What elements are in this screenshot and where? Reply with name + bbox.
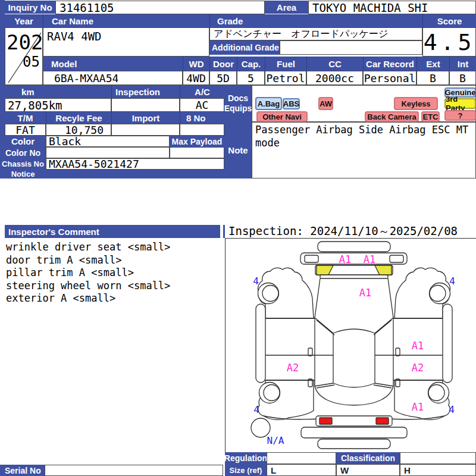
door-value: 5D (209, 71, 237, 85)
color-label: Color (0, 136, 46, 147)
docs-label: Docs (228, 93, 248, 104)
max-payload-value (170, 147, 224, 158)
cap-label: Cap. (237, 57, 265, 71)
door-label: Door (209, 57, 237, 71)
eight-no-label: 8 No (180, 112, 224, 124)
car-record-value: Personal (363, 71, 416, 85)
mark-front-bumper-left: A1 (339, 253, 351, 265)
wd-label: WD (183, 57, 209, 71)
inspector-comment-title: Inspector's Comment (5, 225, 220, 238)
fuel-value: Petrol (265, 71, 306, 85)
score-value: 4.5 (422, 27, 476, 57)
tail-light-left (320, 418, 332, 424)
note-area: Passenger Airbag Side Airbag ESC MT mode (252, 122, 476, 178)
mark-front-bumper-right: A1 (364, 253, 375, 265)
color-no-value (46, 147, 170, 158)
other-navi-badge: Other Navi (256, 111, 308, 122)
grade-label: Grade (209, 14, 422, 27)
airbag-badge: A.Bag (255, 97, 282, 110)
month-value: 05 (23, 54, 40, 70)
size-h-cell: H (400, 464, 476, 476)
back-camera-badge: Back Camera (365, 111, 419, 122)
km-label: km (5, 85, 111, 98)
notice-bar: Notice (0, 170, 224, 178)
int-label: Int (449, 57, 476, 71)
mark-rear-gate: A1 (412, 401, 424, 413)
mark-rear-right-door: A2 (412, 362, 424, 374)
etc-badge: ETC (421, 111, 440, 122)
area-value: TOKYO MACHIDA SHI (308, 1, 476, 14)
unknown-badge: ? (444, 110, 476, 121)
size-w-cell: W (336, 464, 400, 476)
year-cell: 2021 05 (5, 27, 43, 85)
cap-value: 5 (237, 71, 265, 85)
equips-label: Equips (224, 104, 252, 114)
keyless-badge: Keyless (394, 97, 438, 110)
chassis-no-value: MXAA54-5021427 (46, 158, 224, 170)
classification-label: Classification (336, 452, 400, 464)
comment-line: door trim A <small> (6, 254, 223, 267)
area-label: Area (265, 1, 308, 14)
ac-value: AC (180, 98, 224, 112)
note-text: Passenger Airbag Side Airbag ESC MT mode (252, 123, 475, 150)
cc-value: 2000cc (306, 71, 363, 85)
third-party-badge: 3rd Party (444, 98, 476, 109)
tail-light-right (376, 418, 389, 424)
eight-no-value (180, 124, 224, 136)
car-diagram-panel: A1 A1 A1 A1 A2 A2 A1 4 4 4 4 N/A (225, 238, 476, 452)
comment-line: wrinkle driver seat <small> (6, 241, 223, 254)
km-value: 27,805km (5, 98, 111, 112)
year-label: Year (5, 14, 43, 27)
chassis-no-label: Chassis No (0, 158, 46, 170)
size-l-cell: L (267, 464, 336, 476)
notice-label: Notice (0, 170, 46, 178)
comment-line: exterior A <small> (6, 292, 223, 305)
regulation-label: Regulation (225, 452, 267, 464)
inspection-col-label: Inspection (111, 85, 180, 98)
inspection-title-accent (223, 225, 225, 238)
inquiry-no-label: Inquiry No (5, 1, 55, 14)
fuel-label: Fuel (265, 57, 306, 71)
import-value (111, 124, 180, 136)
serial-no-label: Serial No (0, 465, 45, 476)
color-value: Black (46, 136, 170, 147)
car-name-value: RAV4 4WD (43, 27, 209, 57)
ext-value: B (416, 71, 449, 85)
import-label: Import (111, 112, 180, 124)
tm-label: T/M (5, 112, 46, 124)
model-value: 6BA-MXAA54 (43, 71, 183, 85)
recycle-fee-label: Recyle Fee (46, 112, 111, 124)
mark-tire-front-left: 4 (253, 275, 259, 287)
mark-tire-rear-left: 4 (253, 404, 259, 415)
equipment-panel: A.Bag ABS AW Keyless Other Navi Back Cam… (252, 85, 476, 122)
additional-grade-label: Additional Grade (209, 40, 280, 55)
additional-grade-value (280, 40, 422, 55)
docs-equips-box: Docs Equips (224, 85, 252, 122)
abs-badge: ABS (283, 98, 300, 109)
max-payload-label: Max Payload (170, 136, 224, 147)
inspection-period: Inspection: 2024/11/10～2025/02/08 (228, 224, 476, 239)
inspector-comment-block: wrinkle driver seat <small> door trim A … (6, 241, 223, 309)
inspection-col-value (111, 98, 180, 112)
car-name-label: Car Name (43, 14, 209, 27)
ext-label: Ext (416, 57, 449, 71)
mark-hood: A1 (359, 287, 371, 299)
regulation-value (267, 452, 336, 464)
score-label: Score (422, 14, 476, 27)
wd-value: 4WD (183, 71, 209, 85)
alloy-wheels-badge: AW (318, 97, 333, 110)
inquiry-no-value: 31461105 (55, 1, 265, 14)
ac-label: A/C (180, 85, 224, 98)
size-ref-label: Size (ref) (225, 464, 267, 476)
serial-no-value (45, 465, 223, 476)
int-value: B (449, 71, 476, 85)
note-label: Note (224, 122, 252, 178)
auction-sheet: Inquiry No 31461105 Area TOKYO MACHIDA S… (0, 0, 476, 476)
recycle-fee-value: 10,750 (46, 124, 111, 136)
mark-rear-left-door: A2 (287, 362, 299, 374)
model-label: Model (43, 57, 183, 71)
mark-tire-front-right: 4 (449, 275, 455, 287)
mark-front-right-door: A1 (412, 340, 424, 352)
mark-tire-rear-right: 4 (449, 404, 455, 415)
classification-value (400, 452, 476, 464)
